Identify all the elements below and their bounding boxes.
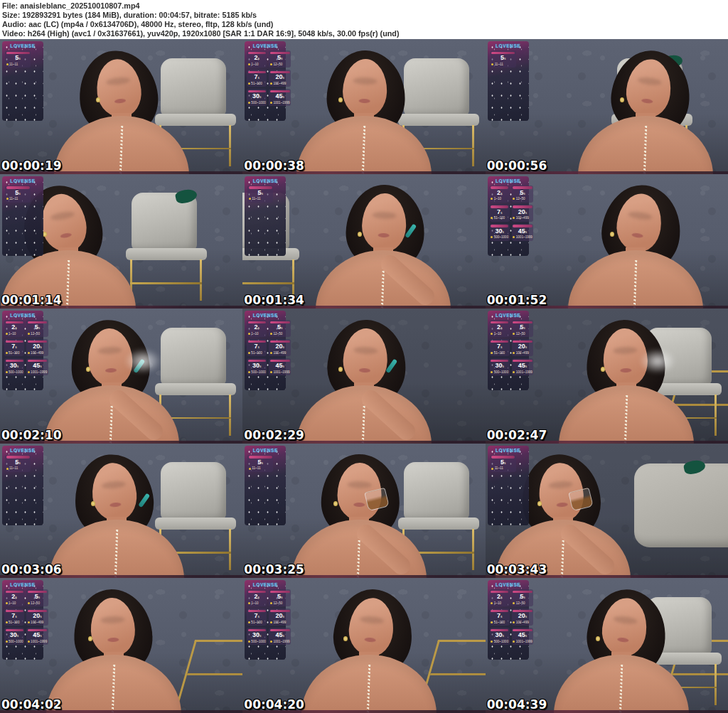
lovense-logo: LOVENSE (2, 312, 43, 318)
tip-token-range: 1~10 (248, 601, 266, 606)
tip-token-range: 101~499 (270, 351, 290, 355)
tip-duration-unit: s (15, 326, 17, 330)
timestamp-overlay: 00:00:38 (244, 159, 304, 173)
tip-duration-value: 20 (518, 612, 525, 619)
tip-token-range-value: 11~11 (9, 197, 18, 201)
person-figure (574, 53, 717, 174)
tip-token-range-value: 51~100 (251, 621, 262, 625)
tip-duration-unit: s (282, 95, 284, 99)
tip-duration: 5s (249, 190, 272, 198)
tip-duration-value: 45 (275, 92, 282, 100)
tip-menu-item: 2s1~10 (247, 589, 267, 606)
tip-duration: 5s (513, 594, 532, 601)
token-dot-icon (491, 468, 493, 470)
token-dot-icon (491, 640, 493, 643)
tip-token-range-value: 11~11 (495, 466, 503, 471)
token-dot-icon (6, 602, 8, 604)
tip-token-range-value: 101~499 (31, 351, 43, 355)
tip-token-range: 11~11 (6, 63, 30, 67)
tip-token-range-value: 1001~1999 (273, 640, 289, 644)
tip-duration-unit: s (502, 365, 504, 368)
tip-duration-unit: s (18, 57, 21, 60)
token-dot-icon (248, 602, 250, 604)
lovense-logo: LOVENSE (488, 312, 529, 318)
token-dot-icon (270, 602, 272, 604)
tip-duration-value: 30 (495, 631, 502, 638)
tip-menu-item: 45s1001~1999 (26, 628, 48, 645)
timestamp-overlay: 00:01:52 (487, 293, 547, 307)
token-dot-icon (28, 640, 30, 643)
tip-duration-unit: s (40, 345, 42, 349)
tip-duration: 20s (513, 343, 532, 351)
tip-token-range-value: 51~100 (251, 351, 262, 355)
tip-menu-item: 5s12~50 (269, 320, 291, 337)
tip-duration-unit: s (523, 192, 525, 195)
tip-duration: 45s (28, 363, 48, 370)
tip-menu-item: 5s11~11 (491, 455, 516, 472)
gold-earring (88, 636, 92, 641)
thumbnail-grid: LOVENSE5s11~1100:00:19LOVENSE2s1~105s12~… (0, 39, 728, 713)
tip-menu-item: 7s51~100 (490, 609, 510, 626)
tip-duration: 2s (6, 324, 23, 332)
tip-menu-item: 5s12~50 (269, 589, 291, 606)
tip-duration-unit: s (500, 596, 503, 599)
tip-duration-unit: s (262, 192, 264, 195)
tip-menu-item: 5s11~11 (247, 186, 273, 203)
tip-token-range: 1001~1999 (270, 370, 290, 375)
tip-menu-item: 20s101~499 (512, 339, 534, 356)
tip-duration-unit: s (15, 615, 17, 618)
video-thumbnail: LOVENSE2s1~105s12~507s51~10020s101~49930… (242, 309, 485, 444)
chair-leg (472, 529, 474, 570)
tip-token-range: 12~50 (270, 63, 290, 67)
tip-token-range: 1001~1999 (270, 640, 290, 644)
lovense-tip-menu-panel: LOVENSE2s1~105s12~507s51~10020s101~49930… (245, 311, 286, 390)
tip-menu-item: 45s1001~1999 (512, 628, 534, 645)
tip-menu: 5s11~11 (488, 454, 529, 472)
tip-menu: 5s11~11 (2, 49, 43, 68)
video-thumbnail: LOVENSE5s11~1100:00:19 (0, 39, 242, 174)
tip-token-range-value: 51~100 (494, 621, 505, 625)
tip-duration-unit: s (502, 230, 504, 234)
tip-menu: 5s11~11 (2, 184, 43, 203)
tip-duration: 2s (491, 594, 508, 601)
tip-menu: 5s11~11 (245, 454, 286, 472)
tip-menu-item: 2s1~10 (4, 589, 24, 606)
tip-menu-item: 2s1~10 (247, 50, 267, 68)
person-figure (298, 592, 440, 713)
tip-duration: 7s (491, 613, 508, 621)
person-figure (293, 323, 435, 444)
tip-duration: 7s (6, 613, 23, 621)
token-dot-icon (513, 198, 515, 200)
tip-duration: 20s (28, 343, 48, 351)
tip-token-range-value: 1~10 (251, 601, 258, 606)
tip-menu-item: 2s1~10 (490, 320, 510, 337)
metadata-line-file: File: anaisleblanc_202510010807.mp4 (2, 1, 685, 11)
token-dot-icon (6, 621, 8, 623)
metadata-line-video: Video: h264 (High) (avc1 / 0x31637661), … (2, 29, 685, 38)
tip-duration: 2s (6, 594, 23, 601)
tip-duration-value: 30 (252, 92, 259, 100)
tip-duration: 5s (513, 324, 532, 332)
chair-leg (714, 395, 717, 436)
tip-token-range: 12~50 (270, 332, 290, 336)
tip-menu: 2s1~105s12~507s51~10020s101~49930s500~10… (488, 318, 529, 375)
gold-earring (91, 501, 95, 506)
tip-menu-item: 2s1~10 (247, 320, 267, 337)
tip-token-range: 1~10 (6, 601, 23, 606)
token-dot-icon (270, 63, 272, 65)
tip-token-range: 12~50 (270, 601, 290, 606)
tip-duration-value: 30 (10, 362, 17, 369)
tip-duration-unit: s (500, 211, 503, 215)
token-dot-icon (6, 198, 9, 200)
tip-menu-item: 5s12~50 (26, 589, 48, 606)
tip-menu-item: 30s500~1000 (247, 358, 267, 375)
token-dot-icon (28, 352, 30, 354)
lovense-logo: LOVENSE (245, 312, 286, 318)
lovense-tip-menu-panel: LOVENSE2s1~105s12~507s51~10020s101~49930… (488, 311, 529, 390)
person-figure (46, 457, 188, 578)
tip-token-range: 500~1000 (248, 640, 266, 644)
tip-token-range: 101~499 (513, 621, 532, 625)
tip-duration-unit: s (18, 192, 21, 195)
tip-token-range: 1001~1999 (28, 640, 48, 644)
tip-duration: 30s (248, 93, 266, 101)
